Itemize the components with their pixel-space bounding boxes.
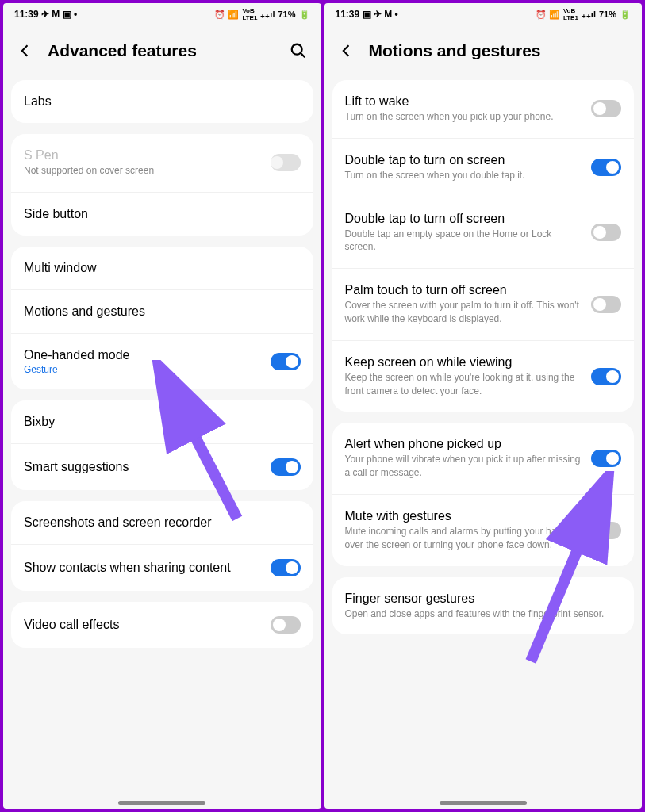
row-subtitle: Your phone will vibrate when you pick it… [345, 453, 584, 480]
settings-row[interactable]: Double tap to turn off screenDouble tap … [332, 197, 635, 270]
row-subtitle: Open and close apps and features with th… [345, 607, 622, 621]
row-title: Double tap to turn off screen [345, 212, 584, 226]
row-title: Palm touch to turn off screen [345, 283, 584, 297]
row-text: Keep screen on while viewingKeep the scr… [345, 355, 584, 398]
row-text: Palm touch to turn off screenCover the s… [345, 283, 584, 326]
row-subtitle: Turn on the screen when you double tap i… [345, 169, 584, 182]
toggle-switch [271, 154, 301, 171]
toggle-switch[interactable] [591, 368, 621, 385]
row-text: Motions and gestures [24, 304, 301, 319]
row-title: Double tap to turn on screen [345, 153, 584, 167]
row-text: One-handed modeGesture [24, 348, 263, 375]
row-subtitle: Mute incoming calls and alarms by puttin… [345, 525, 584, 552]
settings-row[interactable]: Double tap to turn on screenTurn on the … [332, 139, 635, 197]
settings-row[interactable]: Bixby [11, 400, 313, 444]
toggle-switch[interactable] [271, 559, 301, 576]
row-title: Mute with gestures [345, 509, 584, 523]
row-text: S PenNot supported on cover screen [24, 148, 263, 178]
row-title: Smart suggestions [24, 460, 263, 474]
row-title: Finger sensor gestures [345, 592, 622, 606]
phone-right: 11:39 ▣ ✈ M • ⏰ 📶 VoBLTE1 ₊₊ıl 71% 🔋 Mot… [324, 3, 643, 809]
row-title: Labs [24, 94, 301, 109]
toggle-switch[interactable] [591, 159, 621, 176]
settings-row[interactable]: Labs [11, 80, 313, 123]
row-text: Double tap to turn off screenDouble tap … [345, 212, 584, 255]
search-button[interactable] [290, 42, 307, 59]
settings-row[interactable]: One-handed modeGesture [11, 334, 313, 389]
row-subtitle: Not supported on cover screen [24, 164, 263, 178]
settings-row[interactable]: Video call effects [11, 602, 313, 648]
row-text: Multi window [24, 261, 301, 275]
row-subtitle: Double tap an empty space on the Home or… [345, 228, 584, 255]
row-title: S Pen [24, 148, 263, 163]
row-text: Bixby [24, 415, 301, 429]
row-title: Lift to wake [345, 94, 584, 109]
row-text: Labs [24, 94, 301, 109]
row-text: Side button [24, 207, 301, 221]
status-bar: 11:39 ▣ ✈ M • ⏰ 📶 VoBLTE1 ₊₊ıl 71% 🔋 [324, 3, 643, 25]
row-title: Motions and gestures [24, 304, 301, 319]
row-text: Video call effects [24, 618, 263, 632]
back-button[interactable] [339, 43, 355, 59]
row-title: Bixby [24, 415, 301, 429]
toggle-switch[interactable] [591, 100, 621, 117]
home-indicator[interactable] [440, 801, 527, 805]
settings-group: S PenNot supported on cover screenSide b… [11, 134, 313, 236]
toggle-switch[interactable] [591, 296, 621, 313]
row-title: Alert when phone picked up [345, 437, 584, 451]
row-title: Multi window [24, 261, 301, 275]
row-text: Mute with gesturesMute incoming calls an… [345, 509, 584, 552]
settings-row[interactable]: Side button [11, 193, 313, 236]
status-bar: 11:39 ✈ M ▣ • ⏰ 📶 VoBLTE1 ₊₊ıl 71% 🔋 [3, 3, 321, 25]
settings-group: Alert when phone picked upYour phone wil… [332, 423, 635, 565]
row-text: Alert when phone picked upYour phone wil… [345, 437, 584, 480]
toggle-switch[interactable] [591, 450, 621, 467]
settings-row[interactable]: Show contacts when sharing content [11, 545, 313, 591]
phone-left: 11:39 ✈ M ▣ • ⏰ 📶 VoBLTE1 ₊₊ıl 71% 🔋 Adv… [3, 3, 321, 809]
row-title: Keep screen on while viewing [345, 355, 584, 370]
row-text: Screenshots and screen recorder [24, 515, 301, 530]
page-title: Advanced features [48, 41, 275, 60]
status-right: ⏰ 📶 VoBLTE1 ₊₊ıl 71% 🔋 [214, 7, 309, 21]
settings-row[interactable]: Multi window [11, 247, 313, 290]
home-indicator[interactable] [118, 801, 205, 805]
svg-point-0 [291, 44, 301, 55]
toggle-switch[interactable] [591, 224, 621, 241]
settings-row[interactable]: Alert when phone picked upYour phone wil… [332, 423, 635, 495]
status-right: ⏰ 📶 VoBLTE1 ₊₊ıl 71% 🔋 [536, 7, 631, 21]
toggle-switch[interactable] [271, 458, 301, 476]
settings-group: Video call effects [11, 602, 313, 648]
back-button[interactable] [17, 43, 33, 59]
settings-row[interactable]: Palm touch to turn off screenCover the s… [332, 269, 635, 341]
status-time: 11:39 ✈ M ▣ • [14, 9, 77, 20]
settings-row[interactable]: Keep screen on while viewingKeep the scr… [332, 341, 635, 412]
settings-row[interactable]: Mute with gesturesMute incoming calls an… [332, 495, 635, 566]
toggle-switch[interactable] [271, 616, 301, 634]
toggle-switch[interactable] [591, 522, 621, 539]
settings-group: Multi windowMotions and gesturesOne-hand… [11, 247, 313, 389]
content-right[interactable]: Lift to wakeTurn on the screen when you … [324, 80, 643, 809]
content-left[interactable]: LabsS PenNot supported on cover screenSi… [3, 80, 321, 809]
settings-group: Lift to wakeTurn on the screen when you … [332, 80, 635, 412]
settings-row[interactable]: Finger sensor gesturesOpen and close app… [332, 577, 635, 635]
settings-row[interactable]: Smart suggestions [11, 444, 313, 490]
header: Motions and gestures [324, 25, 643, 80]
row-text: Show contacts when sharing content [24, 561, 263, 575]
row-subtitle: Keep the screen on while you're looking … [345, 371, 584, 398]
settings-row[interactable]: Motions and gestures [11, 290, 313, 334]
settings-row[interactable]: Lift to wakeTurn on the screen when you … [332, 80, 635, 139]
row-title: Video call effects [24, 618, 263, 632]
settings-row[interactable]: S PenNot supported on cover screen [11, 134, 313, 193]
settings-row[interactable]: Screenshots and screen recorder [11, 501, 313, 545]
row-value: Gesture [24, 364, 263, 375]
page-title: Motions and gestures [369, 41, 628, 60]
row-title: One-handed mode [24, 348, 263, 362]
row-text: Finger sensor gesturesOpen and close app… [345, 592, 622, 621]
row-title: Side button [24, 207, 301, 221]
toggle-switch[interactable] [271, 353, 301, 370]
row-text: Double tap to turn on screenTurn on the … [345, 153, 584, 182]
row-title: Screenshots and screen recorder [24, 515, 301, 530]
settings-group: Labs [11, 80, 313, 123]
row-title: Show contacts when sharing content [24, 561, 263, 575]
row-text: Lift to wakeTurn on the screen when you … [345, 94, 584, 124]
